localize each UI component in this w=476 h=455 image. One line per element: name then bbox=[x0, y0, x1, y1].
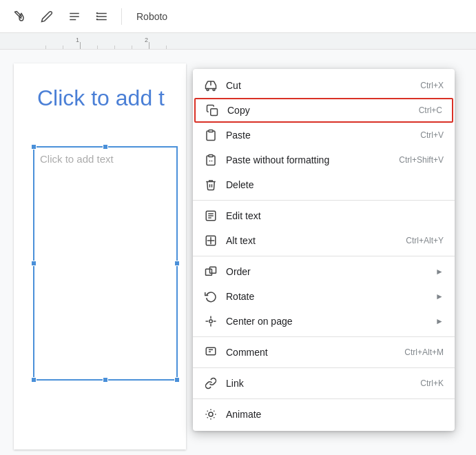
menu-item-animate[interactable]: Animate bbox=[193, 402, 455, 427]
toolbar: Roboto bbox=[0, 0, 476, 33]
rotate-icon bbox=[204, 290, 218, 303]
title-text: Click to add t bbox=[37, 85, 176, 111]
content-text: Click to add text bbox=[40, 153, 171, 165]
alt-text-icon bbox=[204, 234, 218, 247]
cut-shortcut: Ctrl+X bbox=[420, 81, 444, 90]
order-icon bbox=[204, 265, 218, 279]
ruler: 1 2 bbox=[0, 33, 476, 50]
center-on-page-arrow: ► bbox=[435, 316, 444, 326]
alt-text-label: Alt text bbox=[226, 235, 395, 246]
menu-item-alt-text[interactable]: Alt text Ctrl+Alt+Y bbox=[193, 228, 455, 253]
menu-divider-2 bbox=[193, 256, 455, 256]
comment-label: Comment bbox=[226, 347, 393, 358]
menu-item-center-on-page[interactable]: Center on page ► bbox=[193, 309, 455, 334]
menu-item-rotate[interactable]: Rotate ► bbox=[193, 284, 455, 309]
alt-text-shortcut: Ctrl+Alt+Y bbox=[406, 236, 444, 245]
handle-middle-right[interactable] bbox=[174, 261, 180, 266]
svg-rect-6 bbox=[96, 12, 98, 14]
svg-rect-12 bbox=[211, 109, 218, 116]
menu-item-link[interactable]: Link Ctrl+K bbox=[193, 371, 455, 396]
animate-icon bbox=[204, 407, 218, 421]
context-menu: Cut Ctrl+X Copy Ctrl+C Paste C bbox=[193, 69, 455, 431]
menu-item-delete[interactable]: Delete bbox=[193, 172, 455, 197]
center-on-page-icon bbox=[204, 314, 218, 328]
svg-rect-7 bbox=[96, 15, 98, 17]
paste-no-format-icon bbox=[204, 153, 218, 167]
menu-item-comment[interactable]: Comment Ctrl+Alt+M bbox=[193, 340, 455, 365]
order-label: Order bbox=[226, 266, 430, 277]
link-icon bbox=[204, 376, 218, 390]
menu-item-cut[interactable]: Cut Ctrl+X bbox=[193, 73, 455, 98]
edit-text-icon bbox=[204, 209, 218, 223]
title-text-box[interactable]: Click to add t bbox=[34, 83, 179, 114]
animate-label: Animate bbox=[226, 409, 444, 420]
copy-shortcut: Ctrl+C bbox=[419, 105, 442, 115]
menu-item-paste-no-format[interactable]: Paste without formatting Ctrl+Shift+V bbox=[193, 148, 455, 172]
handle-top-middle[interactable] bbox=[103, 144, 108, 150]
canvas-area: Click to add t Click to add text bbox=[0, 50, 476, 455]
handle-bottom-right[interactable] bbox=[174, 377, 180, 383]
paragraph-align-icon[interactable] bbox=[63, 6, 85, 28]
content-text-box[interactable]: Click to add text bbox=[33, 146, 178, 381]
svg-rect-24 bbox=[210, 267, 216, 273]
menu-divider-5 bbox=[193, 398, 455, 399]
edit-text-label: Edit text bbox=[226, 210, 444, 221]
menu-divider-1 bbox=[193, 200, 455, 201]
svg-rect-23 bbox=[206, 269, 212, 275]
paste-shortcut: Ctrl+V bbox=[420, 130, 444, 140]
svg-rect-8 bbox=[96, 19, 98, 20]
paste-no-format-label: Paste without formatting bbox=[226, 154, 388, 165]
handle-middle-left[interactable] bbox=[31, 261, 37, 266]
cut-label: Cut bbox=[226, 80, 409, 91]
center-on-page-label: Center on page bbox=[226, 316, 430, 327]
copy-icon bbox=[205, 103, 219, 117]
menu-divider-4 bbox=[193, 367, 455, 368]
rotate-arrow: ► bbox=[435, 292, 444, 301]
font-name-selector[interactable]: Roboto bbox=[130, 8, 174, 26]
comment-shortcut: Ctrl+Alt+M bbox=[404, 347, 444, 357]
menu-item-copy[interactable]: Copy Ctrl+C bbox=[194, 98, 453, 123]
link-shortcut: Ctrl+K bbox=[420, 378, 444, 388]
order-arrow: ► bbox=[435, 267, 444, 276]
menu-item-edit-text[interactable]: Edit text bbox=[193, 203, 455, 228]
svg-rect-14 bbox=[209, 155, 213, 157]
paste-icon bbox=[204, 128, 218, 142]
toolbar-separator bbox=[121, 8, 122, 25]
list-icon[interactable] bbox=[91, 6, 113, 28]
handle-bottom-left[interactable] bbox=[31, 377, 37, 383]
menu-divider-3 bbox=[193, 336, 455, 337]
handle-top-left[interactable] bbox=[31, 144, 37, 150]
svg-point-25 bbox=[209, 320, 213, 323]
svg-rect-13 bbox=[209, 130, 213, 132]
menu-item-order[interactable]: Order ► bbox=[193, 259, 455, 284]
paste-label: Paste bbox=[226, 130, 409, 141]
svg-point-33 bbox=[209, 412, 213, 416]
menu-item-paste[interactable]: Paste Ctrl+V bbox=[193, 123, 455, 148]
cut-icon bbox=[204, 79, 218, 92]
handle-bottom-middle[interactable] bbox=[103, 377, 108, 383]
pencil-icon[interactable] bbox=[36, 6, 58, 28]
copy-label: Copy bbox=[227, 105, 408, 116]
comment-icon bbox=[204, 345, 218, 359]
delete-label: Delete bbox=[226, 179, 444, 190]
slide: Click to add t Click to add text bbox=[14, 63, 186, 449]
link-label: Link bbox=[226, 378, 409, 389]
paste-no-format-shortcut: Ctrl+Shift+V bbox=[399, 155, 444, 165]
rotate-label: Rotate bbox=[226, 291, 430, 302]
paint-bucket-icon[interactable] bbox=[8, 6, 30, 28]
delete-icon bbox=[204, 178, 218, 192]
